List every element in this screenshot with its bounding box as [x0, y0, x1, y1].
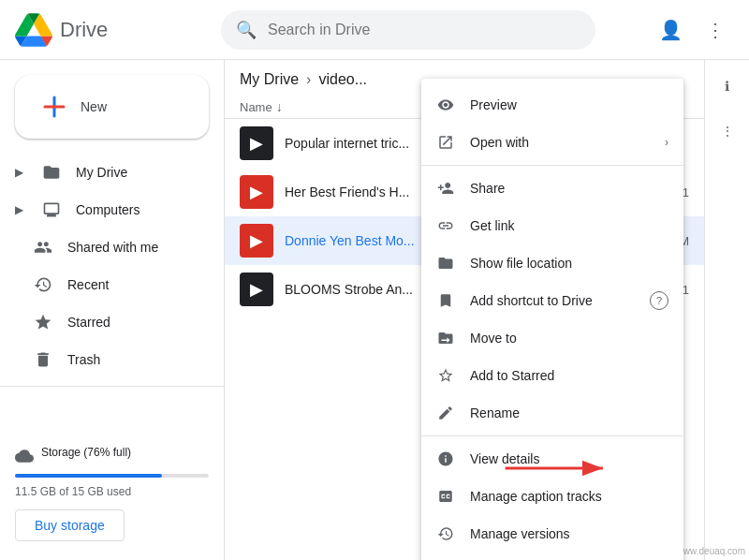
main-layout: New ▶ My Drive ▶ Computers: [0, 60, 749, 560]
storage-details: 11.5 GB of 15 GB used: [15, 485, 209, 498]
storage-label: Storage (76% full): [41, 446, 131, 459]
folder-icon: [436, 254, 455, 273]
logo-area: Drive: [15, 11, 221, 49]
context-menu-overlay: Preview Open with › Share: [225, 60, 704, 560]
new-button[interactable]: New: [15, 75, 209, 139]
menu-item-move-to[interactable]: Move to: [421, 319, 683, 357]
menu-label: Add shortcut to Drive: [470, 293, 635, 308]
menu-label: Open with: [470, 135, 650, 150]
storage-section: Storage (76% full) 11.5 GB of 15 GB used…: [0, 435, 224, 553]
info-panel-button[interactable]: ℹ: [709, 67, 746, 105]
trash-icon: [34, 350, 52, 369]
menu-item-show-location[interactable]: Show file location: [421, 244, 683, 282]
caption-icon: [436, 487, 455, 506]
recent-icon: [34, 275, 52, 294]
menu-item-share[interactable]: Share: [421, 169, 683, 207]
arrow-annotation: [501, 449, 613, 487]
expand-icon: ▶: [15, 203, 23, 216]
preview-icon: [436, 96, 455, 114]
menu-item-add-shortcut[interactable]: Add shortcut to Drive ?: [421, 282, 683, 319]
storage-bar: [15, 474, 209, 478]
rename-icon: [436, 404, 455, 422]
share-icon: [436, 179, 455, 198]
context-menu: Preview Open with › Share: [421, 79, 683, 560]
search-input[interactable]: [268, 22, 580, 38]
header-right: 👤 ⋮: [652, 11, 734, 49]
new-button-label: New: [81, 99, 107, 114]
move-icon: [436, 329, 455, 347]
sidebar-item-label: Trash: [67, 352, 100, 367]
account-icon: 👤: [659, 19, 683, 41]
sidebar-item-trash[interactable]: Trash: [0, 341, 209, 378]
sidebar-divider: [0, 386, 224, 387]
cloud-icon: [15, 447, 34, 465]
menu-label: Share: [470, 181, 668, 196]
menu-item-preview[interactable]: Preview: [421, 86, 683, 124]
more-options-button[interactable]: ⋮: [697, 11, 734, 49]
sidebar-item-recent[interactable]: Recent: [0, 266, 209, 303]
drive-logo-icon: [15, 11, 52, 49]
menu-label: Move to: [470, 331, 668, 346]
account-button[interactable]: 👤: [652, 11, 689, 49]
storage-bar-fill: [15, 474, 162, 478]
starred-icon: [34, 313, 52, 332]
info-icon: [436, 449, 455, 468]
menu-item-make-copy[interactable]: Make a copy: [421, 553, 683, 560]
my-drive-icon: [42, 163, 61, 182]
expand-icon: ▶: [15, 166, 23, 179]
menu-label: Preview: [470, 97, 668, 112]
shortcut-icon: [436, 291, 455, 310]
menu-item-rename[interactable]: Rename: [421, 394, 683, 432]
buy-storage-button[interactable]: Buy storage: [15, 509, 125, 541]
menu-label: Manage caption tracks: [470, 489, 668, 504]
sidebar-item-label: My Drive: [76, 165, 127, 180]
right-panel: ℹ ⋮: [704, 60, 749, 560]
search-bar[interactable]: 🔍: [221, 10, 595, 50]
menu-label: Show file location: [470, 256, 668, 271]
sidebar-item-label: Computers: [76, 202, 140, 217]
versions-icon: [436, 524, 455, 543]
sidebar-item-computers[interactable]: ▶ Computers: [0, 191, 209, 228]
search-icon: 🔍: [236, 20, 257, 40]
menu-label: Get link: [470, 218, 668, 233]
sidebar-item-shared[interactable]: Shared with me: [0, 228, 209, 266]
menu-item-open-with[interactable]: Open with ›: [421, 124, 683, 161]
arrow-svg: [501, 449, 613, 487]
menu-label: Rename: [470, 405, 668, 420]
content-area: My Drive › video... Name ↓ mod ▶ Popular…: [225, 60, 704, 560]
sidebar-item-my-drive[interactable]: ▶ My Drive: [0, 154, 209, 191]
shared-icon: [34, 238, 52, 257]
computers-icon: [42, 200, 61, 219]
menu-label: Add to Starred: [470, 368, 668, 383]
sidebar-item-label: Shared with me: [67, 240, 158, 255]
star-icon: [436, 366, 455, 385]
menu-item-add-starred[interactable]: Add to Starred: [421, 357, 683, 394]
more-panel-button[interactable]: ⋮: [709, 112, 746, 150]
sidebar-item-label: Recent: [67, 277, 109, 292]
submenu-arrow-icon: ›: [665, 136, 668, 149]
menu-label: Manage versions: [470, 526, 668, 541]
sidebar: New ▶ My Drive ▶ Computers: [0, 60, 225, 560]
sidebar-item-label: Starred: [67, 315, 110, 330]
menu-item-manage-versions[interactable]: Manage versions: [421, 515, 683, 553]
more-icon: ⋮: [706, 19, 725, 41]
header: Drive 🔍 👤 ⋮: [0, 0, 749, 60]
sidebar-item-starred[interactable]: Starred: [0, 303, 209, 341]
menu-divider: [421, 435, 683, 436]
open-with-icon: [436, 133, 455, 152]
menu-divider: [421, 165, 683, 166]
help-icon: ?: [650, 291, 668, 310]
new-plus-icon: [37, 90, 71, 124]
menu-item-get-link[interactable]: Get link: [421, 207, 683, 244]
link-icon: [436, 216, 455, 235]
logo-text: Drive: [60, 18, 108, 42]
